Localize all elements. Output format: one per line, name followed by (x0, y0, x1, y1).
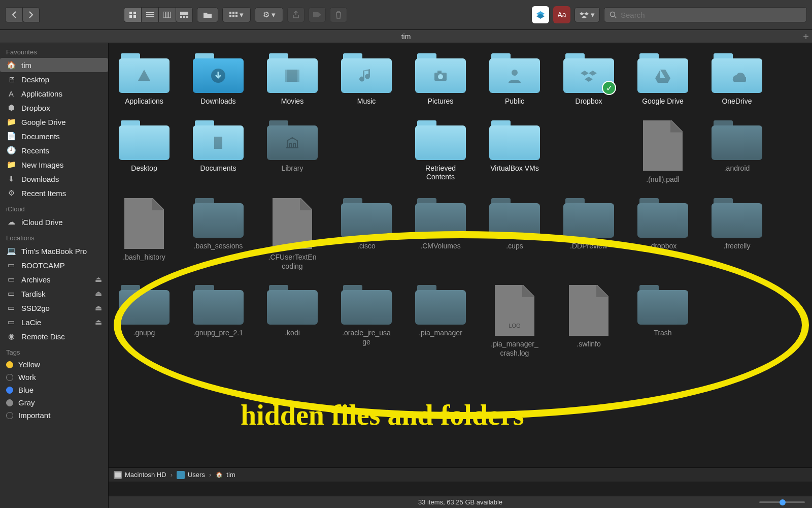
file-item-documents[interactable]: Documents (193, 120, 244, 184)
action-button[interactable]: ⚙▾ (255, 7, 283, 22)
icon-view-button[interactable] (124, 7, 141, 22)
sidebar-item-yellow[interactable]: Yellow (0, 358, 108, 371)
file-item-downloads[interactable]: Downloads (193, 53, 244, 106)
folder-icon (119, 285, 170, 325)
sidebar-item-recents[interactable]: 🕘Recents (0, 143, 108, 157)
forward-button[interactable] (22, 7, 40, 22)
file-item--cups[interactable]: .cups (489, 198, 540, 271)
trash-button[interactable] (330, 7, 347, 22)
share-button[interactable] (287, 7, 304, 22)
svg-rect-24 (285, 70, 287, 82)
file-item--pia-manager-crash-log[interactable]: LOG.pia_manager_crash.log (489, 285, 540, 358)
sidebar-item-recent-items[interactable]: ⚙Recent Items (0, 186, 108, 200)
sidebar-item-tardisk[interactable]: ▭Tardisk⏏ (0, 287, 108, 301)
path-crumb-root[interactable]: Macintosh HD (114, 471, 166, 479)
sidebar-item-tim-s-macbook-pro[interactable]: 💻Tim's MacBook Pro (0, 244, 108, 258)
file-item--bash-sessions[interactable]: .bash_sessions (193, 198, 244, 271)
file-item--bash-history[interactable]: .bash_history (119, 198, 170, 271)
search-icon (610, 11, 617, 18)
sidebar-item-dropbox[interactable]: ⬢Dropbox (0, 101, 108, 115)
svg-rect-19 (235, 15, 238, 17)
file-item-pictures[interactable]: Pictures (415, 53, 466, 106)
sidebar-item-bootcamp[interactable]: ▭BOOTCAMP (0, 258, 108, 272)
app-icon-dictionary[interactable]: Aa (553, 6, 570, 23)
list-view-button[interactable] (141, 7, 158, 22)
sidebar-item-ssd2go[interactable]: ▭SSD2go⏏ (0, 301, 108, 315)
sidebar-item-google-drive[interactable]: 📁Google Drive (0, 115, 108, 129)
search-input[interactable] (621, 11, 801, 19)
document-icon (569, 285, 608, 336)
icon-size-slider[interactable] (759, 499, 805, 504)
file-item-virtualbox-vms[interactable]: VirtualBox VMs (489, 120, 540, 184)
sidebar-item-label: Recents (21, 146, 49, 155)
sidebar-item-work[interactable]: Work (0, 371, 108, 384)
column-view-button[interactable] (158, 7, 176, 22)
sidebar-item-remote-disc[interactable]: ◉Remote Disc (0, 329, 108, 343)
file-item--ddpreview[interactable]: .DDPreview (563, 198, 614, 271)
apps-icon: A (6, 88, 16, 99)
sidebar-item-tim[interactable]: 🏠tim (0, 58, 108, 72)
eject-icon[interactable]: ⏏ (95, 303, 102, 312)
sidebar-item-label: Applications (21, 89, 62, 98)
eject-icon[interactable]: ⏏ (95, 275, 102, 284)
file-item--oracle-jre-usage[interactable]: .oracle_jre_usage (341, 285, 392, 358)
file-item-onedrive[interactable]: OneDrive (712, 53, 762, 106)
file-item--android[interactable]: .android (712, 120, 762, 184)
file-item--kodi[interactable]: .kodi (267, 285, 318, 358)
sidebar-item-blue[interactable]: Blue (0, 384, 108, 396)
folder-icon (415, 198, 466, 238)
sidebar-item-new-images[interactable]: 📁New Images (0, 157, 108, 172)
search-field[interactable] (604, 7, 807, 22)
file-item--gnupg[interactable]: .gnupg (119, 285, 170, 358)
path-crumb-tim[interactable]: 🏠tim (215, 471, 235, 479)
file-item-trash[interactable]: Trash (637, 285, 688, 358)
svg-rect-7 (163, 12, 165, 18)
path-button[interactable] (197, 7, 218, 22)
file-item--cfusertextencoding[interactable]: .CFUserTextEncoding (267, 198, 318, 271)
file-item--gnupg-pre-2-1[interactable]: .gnupg_pre_2.1 (193, 285, 244, 358)
file-item--cmvolumes[interactable]: .CMVolumes (415, 198, 466, 271)
sidebar-item-icloud-drive[interactable]: ☁iCloud Drive (0, 215, 108, 229)
sidebar-item-applications[interactable]: AApplications (0, 86, 108, 101)
eject-icon[interactable]: ⏏ (95, 318, 102, 327)
view-mode-group (124, 7, 193, 22)
file-item--cisco[interactable]: .cisco (341, 198, 392, 271)
file-item-google-drive[interactable]: Google Drive (637, 53, 688, 106)
file-item-dropbox[interactable]: ✓Dropbox (563, 53, 614, 106)
file-item--swfinfo[interactable]: .swfinfo (563, 285, 614, 358)
sidebar-item-label: tim (21, 61, 31, 70)
folder-icon (415, 120, 466, 160)
file-item--pia-manager[interactable]: .pia_manager (415, 285, 466, 358)
file-item-desktop[interactable]: Desktop (119, 120, 170, 184)
new-tab-button[interactable]: + (803, 31, 809, 43)
sidebar-item-archives[interactable]: ▭Archives⏏ (0, 272, 108, 287)
file-item-library[interactable]: Library (267, 120, 318, 184)
gallery-view-button[interactable] (176, 7, 193, 22)
file-item--dropbox[interactable]: .dropbox (637, 198, 688, 271)
dropbox-toolbar-button[interactable]: ▾ (574, 7, 600, 22)
app-icon-1[interactable] (532, 6, 549, 23)
sidebar-item-lacie[interactable]: ▭LaCie⏏ (0, 315, 108, 329)
file-item-public[interactable]: Public (489, 53, 540, 106)
sidebar-item-important[interactable]: Important (0, 409, 108, 422)
svg-rect-25 (297, 70, 299, 82)
file-item--freetelly[interactable]: .freetelly (712, 198, 762, 271)
file-item-movies[interactable]: Movies (267, 53, 318, 106)
folder-icon: 📁 (6, 117, 16, 127)
sidebar-item-desktop[interactable]: 🖥Desktop (0, 72, 108, 86)
sidebar-item-downloads[interactable]: ⬇Downloads (0, 172, 108, 186)
path-crumb-users[interactable]: Users (177, 471, 205, 479)
file-item-applications[interactable]: Applications (119, 53, 170, 106)
sidebar-item-gray[interactable]: Gray (0, 396, 108, 409)
file-item-retrieved-contents[interactable]: Retrieved Contents (415, 120, 466, 184)
sidebar-item-documents[interactable]: 📄Documents (0, 129, 108, 143)
file-item--null-padl[interactable]: .(null).padl (637, 120, 688, 184)
back-button[interactable] (5, 7, 22, 22)
sidebar-item-label: Archives (21, 275, 51, 284)
arrange-button[interactable]: ▾ (222, 7, 251, 22)
tags-button[interactable] (309, 7, 326, 22)
file-item-label: .oracle_jre_usage (341, 329, 392, 346)
eject-icon[interactable]: ⏏ (95, 289, 102, 298)
download-icon: ⬇ (6, 174, 16, 184)
file-item-music[interactable]: Music (341, 53, 392, 106)
